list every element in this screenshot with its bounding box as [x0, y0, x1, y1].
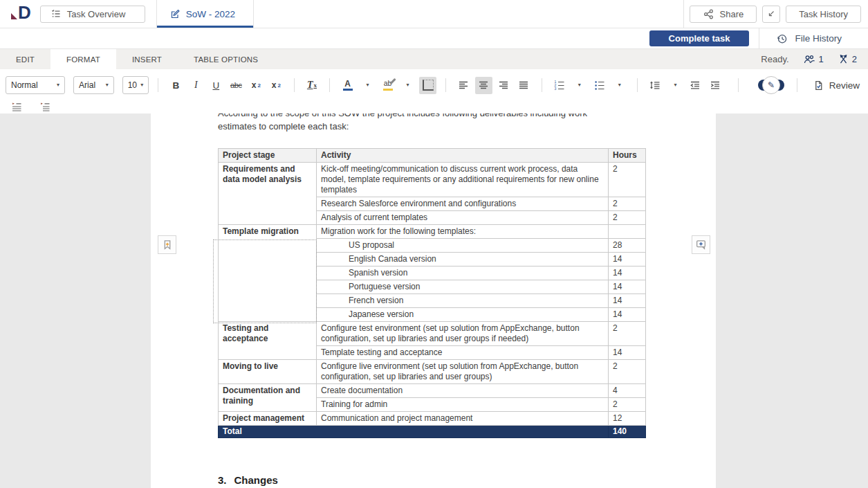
hours-cell[interactable]: 2	[609, 197, 646, 211]
hours-cell[interactable]: 14	[609, 308, 646, 322]
add-comment-button[interactable]	[692, 235, 710, 254]
unordered-list-chevron[interactable]: ▾	[611, 77, 628, 94]
ribbon-tab-insert[interactable]: INSERT	[116, 49, 178, 69]
stage-cell[interactable]: Documentation and training	[219, 384, 317, 412]
hours-cell[interactable]: 4	[609, 384, 646, 398]
strikethrough-button[interactable]: abc	[228, 77, 245, 94]
hours-cell[interactable]: 14	[609, 346, 646, 360]
activity-cell[interactable]: Training for admin	[317, 398, 609, 412]
activity-cell[interactable]: Research Salesforce environment and conf…	[317, 197, 609, 211]
stage-cell[interactable]: Requirements and data model analysis	[219, 163, 317, 225]
hours-cell[interactable]: 2	[609, 398, 646, 412]
activity-cell[interactable]: Communication and project management	[317, 412, 609, 426]
hours-cell[interactable]: 14	[609, 280, 646, 294]
task-history-button[interactable]: Task History	[786, 6, 861, 23]
align-center-button[interactable]	[475, 77, 492, 94]
hours-cell[interactable]: 28	[609, 239, 646, 253]
activity-cell[interactable]: French version	[317, 294, 609, 308]
activity-cell[interactable]: Analysis of current templates	[317, 211, 609, 225]
hours-cell[interactable]: 14	[609, 253, 646, 266]
superscript-button[interactable]: x2	[248, 77, 265, 94]
hours-cell[interactable]: 12	[609, 412, 646, 426]
ribbon-tab-table-options[interactable]: TABLE OPTIONS	[178, 49, 274, 69]
ltr-direction-button[interactable]	[8, 98, 26, 116]
share-button[interactable]: Share	[690, 6, 757, 23]
total-value[interactable]: 140	[609, 426, 646, 438]
ribbon-tab-format[interactable]: FORMAT	[50, 49, 116, 69]
activity-cell[interactable]: Kick-off meeting/communication to discus…	[317, 163, 609, 197]
hours-cell[interactable]: 14	[609, 266, 646, 280]
hours-cell[interactable]	[609, 225, 646, 239]
highlight-color-chevron[interactable]: ▾	[399, 77, 416, 94]
line-spacing-button[interactable]	[647, 77, 664, 94]
app-logo[interactable]: D	[11, 4, 30, 21]
section-heading[interactable]: 3. Changes	[218, 474, 278, 486]
unordered-list-button[interactable]	[591, 77, 608, 94]
stage-cell[interactable]: Testing and acceptance	[219, 322, 317, 360]
borders-button[interactable]	[419, 77, 436, 94]
task-overview-button[interactable]: Task Overview	[40, 6, 145, 23]
hours-cell[interactable]: 2	[609, 322, 646, 346]
total-label[interactable]: Total	[219, 426, 609, 438]
document-tab[interactable]: SoW - 2022	[157, 0, 253, 28]
italic-button[interactable]: I	[187, 77, 205, 94]
stage-cell[interactable]: Project management	[219, 412, 317, 426]
stage-cell[interactable]: Template migration	[219, 225, 317, 322]
outdent-button[interactable]	[687, 77, 704, 94]
ordered-list-button[interactable]: 1 2 3	[551, 77, 568, 94]
review-button[interactable]: Review	[809, 80, 864, 91]
highlight-color-button[interactable]: ab	[379, 77, 396, 94]
collaborators-indicator[interactable]: 1	[803, 53, 824, 65]
font-family-dropdown[interactable]: Arial ▾	[73, 76, 114, 94]
activity-cell[interactable]: Template testing and acceptance	[317, 346, 609, 360]
line-spacing-chevron[interactable]: ▾	[667, 77, 684, 94]
subscript-button[interactable]: x2	[268, 77, 285, 94]
font-color-button[interactable]: A	[339, 77, 356, 94]
divider	[253, 0, 254, 28]
column-header-hours[interactable]: Hours	[609, 149, 646, 163]
align-left-button[interactable]	[455, 77, 472, 94]
track-changes-toggle[interactable]: ✎	[758, 76, 781, 94]
table-header-row: Project stage Activity Hours	[219, 149, 646, 163]
add-bookmark-button[interactable]	[158, 235, 176, 254]
column-header-activity[interactable]: Activity	[317, 149, 609, 163]
conflicts-indicator[interactable]: 2	[838, 53, 857, 65]
activity-cell[interactable]: Create documentation	[317, 384, 609, 398]
hours-cell[interactable]: 2	[609, 211, 646, 225]
ordered-list-chevron[interactable]: ▾	[571, 77, 588, 94]
complete-task-button[interactable]: Complete task	[649, 30, 750, 46]
activity-cell[interactable]: Portuguese version	[317, 280, 609, 294]
stage-cell[interactable]: Moving to live	[219, 360, 317, 384]
indent-button[interactable]	[707, 77, 724, 94]
font-color-chevron[interactable]: ▾	[359, 77, 376, 94]
activity-cell[interactable]: Configure live environment (set up solut…	[317, 360, 609, 384]
bold-button[interactable]: B	[167, 77, 185, 94]
activity-cell[interactable]: English Canada version	[317, 253, 609, 266]
font-color-letter: A	[344, 80, 351, 88]
hours-cell[interactable]: 14	[609, 294, 646, 308]
table-row: Moving to liveConfigure live environment…	[219, 360, 646, 384]
dock-panel-button[interactable]	[762, 6, 780, 23]
file-history-button[interactable]: File History	[759, 33, 868, 44]
activity-cell[interactable]: Spanish version	[317, 266, 609, 280]
outdent-icon	[690, 80, 701, 91]
paragraph-style-dropdown[interactable]: Normal ▾	[6, 76, 65, 94]
hours-cell[interactable]: 2	[609, 360, 646, 384]
ribbon-tab-edit[interactable]: EDIT	[0, 49, 50, 69]
hours-cell[interactable]: 2	[609, 163, 646, 197]
column-header-project-stage[interactable]: Project stage	[219, 149, 317, 163]
activity-cell[interactable]: Configure test environment (set up solut…	[317, 322, 609, 346]
divider	[797, 78, 797, 92]
rtl-direction-button[interactable]	[37, 98, 54, 116]
activity-cell[interactable]: Japanese version	[317, 308, 609, 322]
activity-cell[interactable]: Migration work for the following templat…	[317, 225, 609, 239]
justify-button[interactable]	[515, 77, 533, 94]
underline-button[interactable]: U	[207, 77, 225, 94]
clear-formatting-button[interactable]: Tx	[303, 77, 320, 94]
divider	[445, 78, 446, 92]
activity-cell[interactable]: US proposal	[317, 239, 609, 253]
deliverables-table[interactable]: Project stage Activity Hours Requirement…	[218, 148, 646, 438]
intro-paragraph[interactable]: According to the scope of this SOW the p…	[218, 114, 661, 133]
font-size-dropdown[interactable]: 10 ▾	[122, 76, 149, 94]
align-right-button[interactable]	[495, 77, 513, 94]
